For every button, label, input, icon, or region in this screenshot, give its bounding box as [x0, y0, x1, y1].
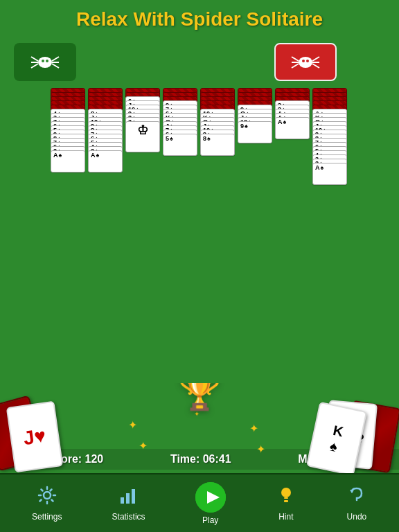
title-area: Relax With Spider Solitaire	[0, 0, 399, 36]
svg-point-24	[281, 488, 291, 497]
play-icon	[195, 482, 226, 513]
column-7: 3♠ 2♠ A♠ A♠ A♠	[275, 88, 311, 185]
hint-icon	[276, 485, 296, 509]
svg-rect-25	[284, 497, 288, 499]
statistics-icon	[118, 485, 139, 509]
king-card[interactable]: ♔	[125, 121, 160, 152]
hint-label: Hint	[278, 512, 293, 522]
time-display: Time: 06:41	[170, 453, 231, 466]
game-area: 4♠ 3♠ 7♠ 6♠ 5♠ 9♠ 8♠ 7♠ 6♠ 2♠ A♠ 8♠ J♠ 1…	[0, 36, 399, 348]
undo-icon	[346, 485, 367, 509]
svg-point-17	[306, 60, 309, 62]
sparkle-3: ✦	[249, 422, 258, 435]
undo-label: Undo	[347, 512, 367, 522]
svg-marker-27	[350, 490, 354, 493]
svg-line-12	[292, 64, 299, 68]
column-5: 10♠ K♠ Q♠ J♠ 10♠ 9♠ 8♠	[200, 88, 236, 185]
svg-rect-21	[132, 489, 135, 504]
svg-point-16	[302, 60, 305, 62]
svg-line-3	[31, 64, 38, 68]
score-display: Score: 120	[47, 453, 103, 466]
settings-button[interactable]: Settings	[24, 479, 70, 527]
play-label: Play	[202, 515, 218, 525]
svg-line-4	[52, 57, 59, 61]
svg-point-7	[42, 60, 44, 62]
statistics-button[interactable]: Statistics	[104, 479, 154, 527]
play-button[interactable]: Play	[187, 477, 234, 531]
hint-button[interactable]: Hint	[267, 479, 305, 527]
page-title: Relax With Spider Solitaire	[0, 8, 399, 30]
column-8: A♠ K♠ Q♠ J♠ 10♠ 9♠ 8♠ 7♠ 6♠ 5♠ 4♠ 3♠ 2♠ …	[312, 88, 348, 185]
svg-point-8	[46, 60, 48, 62]
settings-label: Settings	[32, 512, 62, 522]
column-4: 9♠ 7♠ 6♠ K♠ Q♠ J♠ 7♠ 6♠ 5♠	[163, 88, 199, 185]
settings-icon	[37, 485, 57, 509]
svg-line-1	[31, 57, 38, 61]
svg-point-9	[299, 57, 312, 68]
spider-logo-red	[274, 43, 337, 81]
column-1: 4♠ 3♠ 7♠ 6♠ 5♠ 9♠ 8♠ 7♠ 6♠ 2♠ A♠	[51, 88, 87, 185]
svg-line-15	[312, 64, 319, 68]
svg-rect-26	[284, 500, 288, 502]
undo-button[interactable]: Undo	[338, 479, 375, 527]
moves-display: Moves: 41	[298, 453, 351, 466]
trophy-icon: 🏆	[178, 383, 221, 412]
svg-point-18	[44, 492, 51, 499]
svg-rect-20	[126, 493, 130, 504]
toolbar: Settings Statistics Play	[0, 473, 399, 532]
svg-line-6	[52, 64, 59, 68]
sparkle-1: ✦	[128, 418, 137, 432]
statistics-label: Statistics	[112, 512, 145, 522]
svg-rect-19	[121, 497, 124, 504]
svg-line-10	[292, 57, 299, 61]
sparkle-5: ✦	[194, 410, 200, 418]
score-bar: Score: 120 Time: 06:41 Moves: 41	[0, 449, 399, 470]
column-2: 8♠ J♠ 10♠ 9♠ 8♠ 7♠ 6♠ 5♠ 4♠ 2♠ A♠	[88, 88, 124, 185]
spider-logo-green	[14, 43, 76, 81]
svg-point-0	[38, 57, 52, 68]
svg-line-13	[312, 57, 319, 61]
column-3: 6♠ J♠ 10♠ 9♠ 8♠ 3♠ ♔	[125, 88, 161, 185]
column-6: 9♠ Q♠ J♠ 10♠ 9♠	[238, 88, 274, 185]
